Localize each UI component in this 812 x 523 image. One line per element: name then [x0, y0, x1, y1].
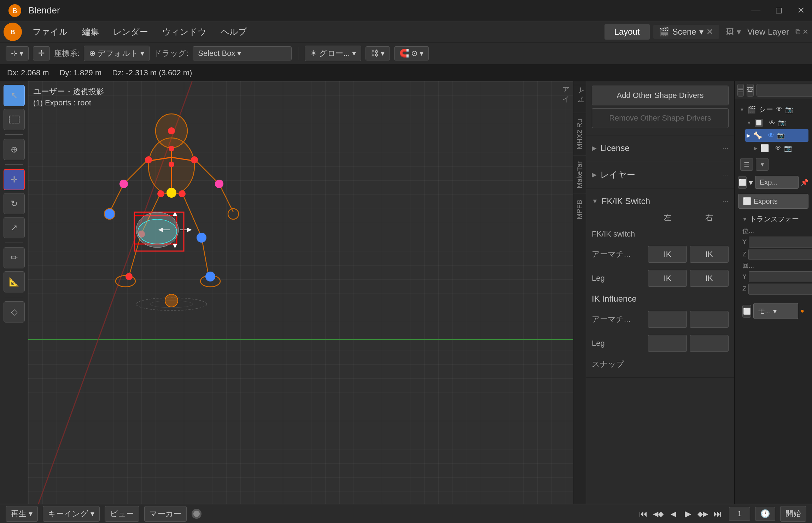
- view-layer-eye-icon[interactable]: 👁: [769, 119, 775, 127]
- transforms-arrow[interactable]: ▼: [742, 216, 747, 222]
- exp-dropdown[interactable]: ▾: [749, 178, 753, 187]
- chain-btn[interactable]: ⛓ ▾: [366, 46, 390, 60]
- active-obj-eye-icon[interactable]: 👁: [768, 132, 774, 139]
- side-tab-mpfb[interactable]: MPFB: [573, 194, 586, 225]
- active-obj-cam-icon[interactable]: 📷: [777, 132, 785, 139]
- image-icon-btn[interactable]: 🖼: [747, 84, 754, 97]
- rotate-tool-btn[interactable]: ↻: [4, 193, 25, 214]
- pos-y-input[interactable]: [749, 237, 812, 248]
- chain-icon: ⛓: [371, 49, 379, 58]
- coord-system-btn[interactable]: ⊕ デフォルト ▾: [84, 46, 150, 61]
- keying-btn[interactable]: キーイング ▾: [43, 506, 100, 522]
- close-button[interactable]: ✕: [797, 5, 805, 16]
- view-layer-cam-icon[interactable]: 📷: [778, 119, 786, 127]
- select-tool-btn[interactable]: ↖: [4, 85, 25, 106]
- extra-tool-btn[interactable]: ◇: [4, 301, 25, 322]
- prop-icon-1[interactable]: ☰: [740, 158, 753, 171]
- outliner-search[interactable]: [756, 84, 812, 97]
- ik-influence-leg-right[interactable]: 1.000: [690, 335, 729, 352]
- pos-z-input[interactable]: [748, 249, 812, 260]
- dashed-select-btn[interactable]: [4, 109, 25, 130]
- rot-y-input[interactable]: [749, 271, 812, 282]
- scene-expand-arrow[interactable]: ▼: [740, 107, 744, 112]
- layout-tab[interactable]: Layout: [604, 24, 650, 40]
- ik-influence-leg-left[interactable]: 1.000: [648, 335, 687, 352]
- frame-number[interactable]: 1: [729, 507, 750, 521]
- drag-value: Select Box: [198, 49, 235, 58]
- clock-btn[interactable]: 🕐: [755, 507, 775, 521]
- sub1-cam[interactable]: 📷: [784, 144, 792, 152]
- ik-right-arm-btn[interactable]: IK: [690, 246, 729, 263]
- scale-icon: ⤢: [11, 223, 18, 233]
- view-layer-expand-arrow[interactable]: ▼: [747, 120, 752, 126]
- fkik-switch-label: FK/IK switch: [592, 229, 729, 239]
- viewport[interactable]: ユーザー・透視投影 (1) Exports : root: [28, 81, 573, 504]
- outliner-icon-btn[interactable]: ☰: [737, 84, 744, 97]
- exp-button[interactable]: Exp...: [755, 176, 799, 189]
- play-chevron: ▾: [29, 509, 33, 518]
- active-object-row[interactable]: ▶ 🦴 👁 📷: [745, 129, 808, 142]
- scale-tool-btn[interactable]: ⤢: [4, 217, 25, 238]
- fkik-header[interactable]: ▼ FK/IK Switch ⋯: [592, 193, 729, 210]
- scene-selector[interactable]: 🎬 Scene ▾ ✕: [653, 25, 719, 39]
- rot-z-input[interactable]: [748, 284, 812, 295]
- ik-left-arm-btn[interactable]: IK: [648, 246, 687, 263]
- drag-type-btn[interactable]: Select Box ▾: [193, 46, 292, 60]
- annotate-btn[interactable]: ✏: [4, 247, 25, 268]
- transport-prev-btn[interactable]: ◀: [667, 507, 679, 520]
- green-axis-line: [28, 339, 573, 340]
- mode-btn[interactable]: モ... ▾: [753, 303, 798, 319]
- svg-line-9: [219, 184, 233, 212]
- start-btn[interactable]: 開始: [780, 506, 806, 522]
- marker-btn[interactable]: マーカー: [144, 506, 187, 522]
- scene-eye-icon[interactable]: 👁: [776, 106, 782, 113]
- ik-influence-arm-left[interactable]: 1.000: [648, 311, 687, 328]
- close-scene-icon[interactable]: ✕: [706, 27, 713, 37]
- measure-btn[interactable]: 📐: [4, 271, 25, 292]
- side-tab-maketar[interactable]: MakeTar: [573, 155, 586, 194]
- layer-header[interactable]: ▶ レイヤー ⋯: [592, 165, 729, 184]
- add-shape-drivers-btn[interactable]: Add Other Shape Drivers: [592, 86, 729, 105]
- diamond-icon: ◇: [11, 307, 17, 317]
- transport-end-btn[interactable]: ⏭: [711, 507, 724, 520]
- copy-layer-btn[interactable]: ⧉ ✕: [795, 28, 808, 36]
- transform-pivot-btn[interactable]: ⊹ ▾: [6, 46, 29, 60]
- transport-next-btn[interactable]: ◆▶: [696, 507, 709, 520]
- transport-play-btn[interactable]: ▶: [682, 507, 694, 520]
- pin-icon[interactable]: 📌: [801, 179, 808, 186]
- ik-influence-arm-right[interactable]: 1.000: [690, 311, 729, 328]
- prop-icon-2[interactable]: ▾: [756, 158, 769, 171]
- transport-start-btn[interactable]: ⏮: [637, 507, 650, 520]
- play-btn[interactable]: 再生 ▾: [6, 506, 38, 522]
- side-tab-mhx2[interactable]: MHX2 Ru: [573, 113, 586, 155]
- scene-cam-icon[interactable]: 📷: [785, 106, 793, 114]
- magnet-btn[interactable]: 🧲 ⊙ ▾: [394, 46, 429, 60]
- sub1-eye[interactable]: 👁: [775, 145, 781, 152]
- license-header[interactable]: ▶ License ⋯: [592, 140, 729, 157]
- exports-button[interactable]: ⬜ Exports: [738, 194, 808, 209]
- cursor-btn[interactable]: ⊕: [4, 139, 25, 160]
- sub1-arrow[interactable]: ▶: [754, 145, 758, 151]
- menu-edit[interactable]: 編集: [75, 23, 106, 40]
- mode-icon-btn[interactable]: ⬜: [742, 305, 751, 318]
- menu-help[interactable]: ヘルプ: [214, 23, 254, 40]
- move-btn[interactable]: ✛: [33, 46, 50, 60]
- side-tab-ai[interactable]: アイ: [573, 85, 586, 113]
- menu-render[interactable]: レンダー: [106, 23, 155, 40]
- ik-left-leg-btn[interactable]: IK: [648, 270, 687, 287]
- armature-label: アーマチ...: [592, 249, 645, 260]
- remove-shape-drivers-btn[interactable]: Remove Other Shape Drivers: [592, 108, 729, 128]
- menu-window[interactable]: ウィンドウ: [155, 23, 214, 40]
- move-tool-btn[interactable]: ✛: [4, 169, 25, 190]
- maximize-button[interactable]: □: [776, 5, 782, 16]
- record-circle[interactable]: [192, 509, 201, 519]
- minimize-button[interactable]: —: [751, 5, 760, 16]
- view-layer-icon: 🔲: [754, 118, 763, 127]
- transport-prev-key-btn[interactable]: ◀◆: [652, 507, 665, 520]
- exp-icon-btn[interactable]: ⬜: [738, 176, 747, 189]
- view-btn[interactable]: ビュー: [105, 506, 139, 522]
- global-shading-btn[interactable]: ☀ グロー... ▾: [305, 46, 361, 61]
- menu-file[interactable]: ファイル: [25, 23, 75, 40]
- active-obj-arrow[interactable]: ▶: [747, 133, 750, 138]
- ik-right-leg-btn[interactable]: IK: [690, 270, 729, 287]
